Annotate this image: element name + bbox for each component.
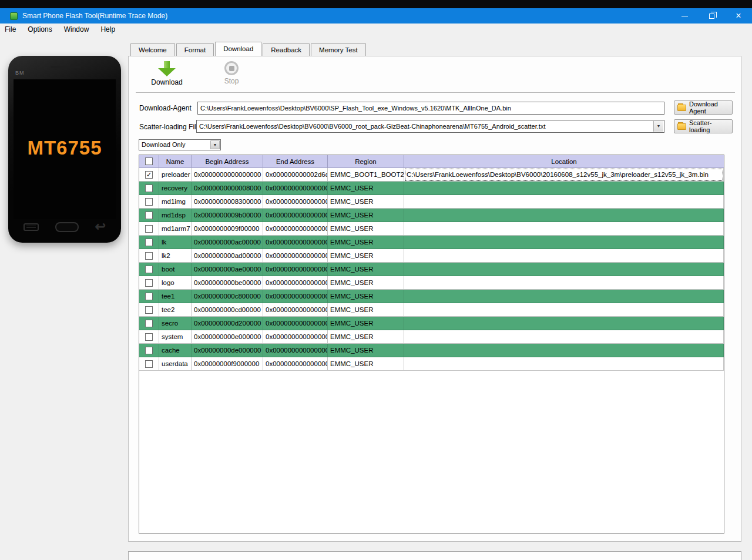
table-row[interactable]: ✓ preloader 0x0000000000000000 0x0000000… [139,168,724,182]
cell-end-address: 0x0000000000000000 [263,276,328,290]
menu-window[interactable]: Window [58,24,95,36]
stop-button[interactable]: Stop [205,61,258,85]
row-checkbox-cell[interactable] [139,344,159,357]
row-checkbox[interactable] [145,212,153,219]
cell-end-address: 0x0000000000000000 [263,222,328,236]
row-checkbox[interactable] [145,320,153,327]
cell-begin-address: 0x000000000ac00000 [192,236,263,249]
row-checkbox[interactable] [145,347,153,354]
row-checkbox-cell[interactable] [139,303,159,317]
cell-end-address: 0x0000000000000000 [263,182,328,195]
table-row[interactable]: system 0x000000000e000000 0x000000000000… [139,330,724,344]
cell-location[interactable] [404,290,724,303]
row-checkbox[interactable] [145,279,153,287]
table-row[interactable]: tee2 0x000000000cd00000 0x00000000000000… [139,303,724,317]
row-checkbox[interactable]: ✓ [145,171,153,179]
table-row[interactable]: tee1 0x000000000c800000 0x00000000000000… [139,290,724,303]
cell-end-address: 0x0000000000000000 [263,344,328,357]
cell-location[interactable] [404,357,724,371]
row-checkbox[interactable] [145,360,153,368]
cell-location[interactable] [404,236,724,249]
table-row[interactable]: userdata 0x00000000f9000000 0x0000000000… [139,357,724,371]
row-checkbox-cell[interactable] [139,182,159,195]
header-begin-address[interactable]: Begin Address [192,155,263,168]
row-checkbox-cell[interactable] [139,330,159,344]
table-row[interactable]: secro 0x000000000d200000 0x0000000000000… [139,317,724,330]
row-checkbox-cell[interactable]: ✓ [139,168,159,182]
tab-readback[interactable]: Readback [263,43,310,56]
folder-icon [677,123,686,130]
row-checkbox[interactable] [145,306,153,314]
scatter-loading-button[interactable]: Scatter-loading [674,119,733,133]
header-region[interactable]: Region [328,155,404,168]
download-mode-value: Download Only [142,141,186,148]
download-button[interactable]: Download [140,61,193,86]
cell-end-address: 0x0000000000000000 [263,236,328,249]
menu-help[interactable]: Help [95,24,121,36]
table-row[interactable]: lk 0x000000000ac00000 0x0000000000000000… [139,236,724,249]
cell-location[interactable] [404,209,724,222]
table-row[interactable]: recovery 0x0000000000008000 0x0000000000… [139,182,724,195]
row-checkbox-cell[interactable] [139,276,159,290]
minimize-button[interactable] [671,8,698,24]
row-checkbox-cell[interactable] [139,195,159,209]
row-checkbox-cell[interactable] [139,317,159,330]
select-all-header-cell[interactable] [139,155,159,168]
row-checkbox[interactable] [145,293,153,300]
header-location[interactable]: Location [404,155,724,168]
table-row[interactable]: md1arm7 0x0000000009f00000 0x00000000000… [139,222,724,236]
scatter-file-combobox[interactable]: C:\Users\FrankLoewenfoss\Desktop\BV6000\… [196,120,664,133]
row-checkbox[interactable] [145,252,153,260]
cell-location[interactable] [404,263,724,276]
row-checkbox[interactable] [145,225,153,233]
download-mode-select[interactable]: Download Only ▼ [139,139,221,150]
menu-options[interactable]: Options [22,24,58,36]
cell-location[interactable] [404,222,724,236]
header-name[interactable]: Name [159,155,192,168]
table-row[interactable]: logo 0x000000000be00000 0x00000000000000… [139,276,724,290]
cell-location[interactable] [404,303,724,317]
table-row[interactable]: md1img 0x0000000008300000 0x000000000000… [139,195,724,209]
chevron-down-icon[interactable]: ▼ [210,140,220,149]
table-row[interactable]: md1dsp 0x0000000009b00000 0x000000000000… [139,209,724,222]
scatter-file-label: Scatter-loading File [139,123,200,131]
row-checkbox-cell[interactable] [139,290,159,303]
row-checkbox[interactable] [145,198,153,206]
chevron-down-icon[interactable]: ▼ [653,121,663,132]
table-row[interactable]: lk2 0x000000000ad00000 0x000000000000000… [139,249,724,263]
menu-file[interactable]: File [0,24,22,36]
row-checkbox-cell[interactable] [139,236,159,249]
tab-download[interactable]: Download [215,42,261,56]
select-all-checkbox[interactable] [145,157,153,165]
table-row[interactable]: cache 0x00000000de000000 0x0000000000000… [139,344,724,357]
table-row[interactable]: boot 0x000000000ae00000 0x00000000000000… [139,263,724,276]
tab-format[interactable]: Format [176,43,214,56]
cell-location[interactable] [404,330,724,344]
close-button[interactable]: × [725,8,752,24]
cell-location[interactable] [404,195,724,209]
row-checkbox[interactable] [145,239,153,246]
row-checkbox-cell[interactable] [139,263,159,276]
cell-begin-address: 0x0000000009b00000 [192,209,263,222]
download-agent-browse-button[interactable]: Download Agent [674,100,733,115]
row-checkbox[interactable] [145,185,153,192]
row-checkbox[interactable] [145,333,153,341]
cell-location[interactable]: C:\Users\FrankLoewenfoss\Desktop\BV6000\… [404,168,724,182]
row-checkbox-cell[interactable] [139,209,159,222]
cell-location[interactable] [404,276,724,290]
cell-location[interactable] [404,344,724,357]
cell-location[interactable] [404,317,724,330]
row-checkbox[interactable] [145,266,153,273]
row-checkbox-cell[interactable] [139,357,159,371]
cell-location[interactable] [404,249,724,263]
cell-location[interactable] [404,182,724,195]
header-end-address[interactable]: End Address [263,155,328,168]
folder-icon [677,105,686,111]
row-checkbox-cell[interactable] [139,222,159,236]
row-checkbox-cell[interactable] [139,249,159,263]
tab-memory-test[interactable]: Memory Test [311,43,366,56]
restore-button[interactable] [698,8,725,24]
close-icon: × [736,11,741,21]
tab-welcome[interactable]: Welcome [130,43,175,56]
download-agent-input[interactable]: C:\Users\FrankLoewenfoss\Desktop\BV6000\… [197,102,664,115]
